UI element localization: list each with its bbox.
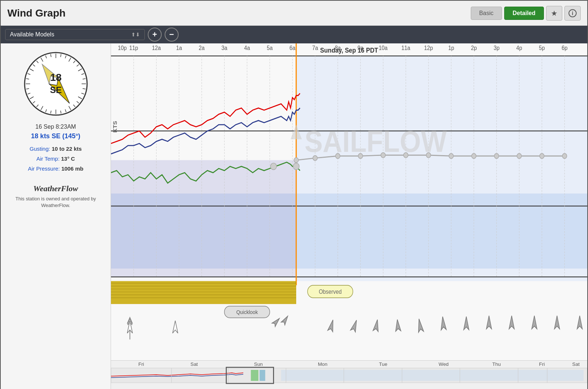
svg-text:Wed: Wed xyxy=(439,361,449,367)
svg-text:Sat: Sat xyxy=(572,361,580,367)
header-controls: Basic Detailed ★ i xyxy=(471,6,581,21)
gusting-value: 10 to 22 kts xyxy=(52,146,82,152)
svg-text:4p: 4p xyxy=(516,44,522,51)
svg-text:Fri: Fri xyxy=(138,361,144,367)
zoom-in-button[interactable]: + xyxy=(148,28,162,42)
svg-rect-116 xyxy=(111,281,296,304)
gusting-row: Gusting: 10 to 22 kts xyxy=(28,144,83,154)
svg-text:5p: 5p xyxy=(539,44,545,51)
svg-text:Thu: Thu xyxy=(492,361,501,367)
content-area: 18 SE 16 Sep 8:23AM 18 kts SE (145°) Gus… xyxy=(1,43,587,389)
wind-time: 16 Sep 8:23AM xyxy=(28,124,83,130)
svg-text:2a: 2a xyxy=(199,44,205,51)
detailed-button[interactable]: Detailed xyxy=(504,7,544,20)
svg-point-109 xyxy=(494,153,499,158)
wind-details: Gusting: 10 to 22 kts Air Temp: 13° C Ai… xyxy=(28,144,83,174)
wind-info: 16 Sep 8:23AM 18 kts SE (145°) Gusting: … xyxy=(28,124,83,174)
wind-speed: 18 kts SE (145°) xyxy=(28,132,83,140)
model-select-dropdown[interactable]: Available Models ⬆⬇ xyxy=(5,29,145,40)
svg-text:SE: SE xyxy=(50,85,61,95)
svg-text:Quicklook: Quicklook xyxy=(236,309,258,315)
zoom-out-button[interactable]: − xyxy=(165,28,179,42)
air-pressure-label: Air Pressure: xyxy=(28,165,60,172)
svg-rect-159 xyxy=(259,370,265,381)
wind-compass: 18 SE xyxy=(23,51,89,117)
svg-text:7a: 7a xyxy=(312,44,318,51)
weatherflow-logo: WeatherFlow xyxy=(4,184,107,193)
svg-text:11a: 11a xyxy=(401,44,410,51)
svg-point-104 xyxy=(381,153,385,158)
svg-text:11p: 11p xyxy=(129,44,138,51)
main-container: Wind Graph Basic Detailed ★ i Available … xyxy=(0,0,588,389)
svg-text:4a: 4a xyxy=(244,44,250,51)
model-select-label: Available Models xyxy=(10,31,54,38)
toolbar: Available Models ⬆⬇ + − xyxy=(1,26,587,43)
svg-text:5a: 5a xyxy=(267,44,273,51)
svg-text:12p: 12p xyxy=(424,44,433,51)
svg-point-2 xyxy=(25,53,87,115)
info-icon: i xyxy=(569,9,577,17)
info-button[interactable]: i xyxy=(564,6,581,21)
svg-text:1a: 1a xyxy=(176,44,182,51)
svg-text:12a: 12a xyxy=(152,44,161,51)
svg-text:6a: 6a xyxy=(290,44,296,51)
svg-point-105 xyxy=(404,153,408,158)
svg-text:3a: 3a xyxy=(222,44,228,51)
air-temp-value: 13° C xyxy=(61,156,75,162)
svg-text:3p: 3p xyxy=(494,44,499,51)
svg-text:Fri: Fri xyxy=(539,361,545,367)
svg-text:18: 18 xyxy=(50,72,61,83)
timeline-svg: Fri Sat Sun Mon Tue Wed Thu Fri Sat xyxy=(111,361,587,389)
basic-button[interactable]: Basic xyxy=(471,7,502,20)
svg-text:2p: 2p xyxy=(471,44,477,51)
svg-text:SAILFLOW: SAILFLOW xyxy=(305,125,447,158)
header: Wind Graph Basic Detailed ★ i xyxy=(1,1,587,26)
star-button[interactable]: ★ xyxy=(546,6,562,21)
svg-point-107 xyxy=(449,153,453,158)
svg-text:Sunday, Sep 16 PDT: Sunday, Sep 16 PDT xyxy=(320,46,378,54)
svg-point-102 xyxy=(336,153,340,158)
svg-point-106 xyxy=(426,153,431,158)
svg-point-101 xyxy=(313,156,317,161)
main-chart[interactable]: Sunday, Sep 16 PDT SAILFLOW 10p 11p 12a … xyxy=(111,43,587,360)
svg-text:1p: 1p xyxy=(448,44,454,51)
svg-text:10p: 10p xyxy=(118,44,127,51)
svg-point-110 xyxy=(517,153,521,158)
timeline-nav[interactable]: Fri Sat Sun Mon Tue Wed Thu Fri Sat xyxy=(111,360,587,389)
dropdown-arrow-icon: ⬆⬇ xyxy=(131,32,140,38)
svg-point-112 xyxy=(562,153,567,158)
svg-text:6p: 6p xyxy=(562,44,567,51)
svg-rect-160 xyxy=(281,370,584,381)
page-title: Wind Graph xyxy=(7,7,65,19)
svg-text:Tue: Tue xyxy=(379,361,387,367)
compass-svg: 18 SE xyxy=(23,51,89,117)
svg-point-111 xyxy=(539,153,544,158)
gusting-label: Gusting: xyxy=(30,146,50,152)
svg-point-114 xyxy=(293,163,299,170)
wind-chart-svg: Sunday, Sep 16 PDT SAILFLOW 10p 11p 12a … xyxy=(111,43,587,360)
svg-text:Observed: Observed xyxy=(319,288,341,295)
svg-text:9a: 9a xyxy=(358,44,364,51)
svg-point-108 xyxy=(472,153,476,158)
svg-point-113 xyxy=(270,163,276,170)
weatherflow-description: This station is owned and operated by We… xyxy=(4,196,107,209)
svg-point-100 xyxy=(294,158,298,163)
svg-text:Sat: Sat xyxy=(190,361,198,367)
svg-text:Mon: Mon xyxy=(318,361,327,367)
air-pressure-row: Air Pressure: 1006 mb xyxy=(28,164,83,174)
svg-rect-158 xyxy=(251,370,259,381)
air-temp-label: Air Temp: xyxy=(36,156,60,162)
svg-text:KTS: KTS xyxy=(112,121,118,133)
air-temp-row: Air Temp: 13° C xyxy=(28,154,83,164)
chart-area: Sunday, Sep 16 PDT SAILFLOW 10p 11p 12a … xyxy=(111,43,587,389)
svg-text:8a: 8a xyxy=(335,44,341,51)
left-panel: 18 SE 16 Sep 8:23AM 18 kts SE (145°) Gus… xyxy=(1,43,111,389)
svg-text:Sun: Sun xyxy=(254,361,263,367)
svg-text:i: i xyxy=(572,10,573,16)
svg-text:10a: 10a xyxy=(379,44,388,51)
weatherflow-section: WeatherFlow This station is owned and op… xyxy=(4,184,107,209)
air-pressure-value: 1006 mb xyxy=(61,165,83,172)
svg-point-103 xyxy=(358,153,363,158)
